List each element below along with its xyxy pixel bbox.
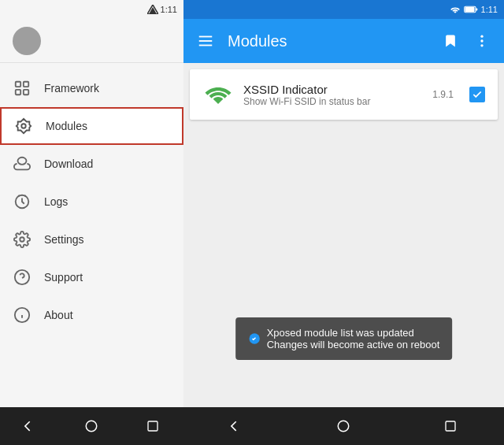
sidebar-item-settings[interactable]: Settings [0, 221, 183, 258]
svg-point-24 [480, 35, 483, 38]
bottom-nav-left [0, 407, 183, 445]
svg-rect-23 [199, 45, 213, 46]
svg-rect-21 [199, 36, 213, 38]
module-card[interactable]: XSSID Indicator Show Wi-Fi SSID in statu… [190, 69, 498, 120]
download-icon [13, 154, 32, 173]
about-label: About [44, 309, 73, 321]
module-desc: Show Wi-Fi SSID in status bar [243, 96, 423, 107]
recents-button-left[interactable] [140, 413, 165, 439]
logs-label: Logs [44, 195, 68, 208]
svg-point-7 [18, 158, 27, 165]
nav-items: Framework Modules Download [0, 63, 183, 407]
avatar [13, 27, 41, 55]
toast-icon [248, 332, 261, 345]
svg-rect-5 [24, 90, 28, 95]
svg-rect-22 [199, 40, 213, 42]
svg-rect-2 [16, 82, 20, 87]
svg-point-29 [339, 421, 350, 432]
left-panel: 1:11 Framework [0, 0, 183, 445]
toast-line2: Changes will become active on reboot [267, 339, 440, 350]
framework-icon [13, 79, 32, 98]
time-left: 1:11 [161, 5, 177, 14]
svg-point-6 [21, 124, 26, 128]
toast-text: Xposed module list was updated Changes w… [267, 327, 440, 350]
svg-marker-1 [149, 7, 157, 14]
home-button-left[interactable] [79, 413, 104, 439]
overflow-menu-icon[interactable] [472, 32, 491, 50]
module-name: XSSID Indicator [243, 83, 423, 96]
svg-rect-30 [446, 421, 455, 431]
time-right: 1:11 [481, 5, 498, 14]
support-label: Support [44, 271, 83, 284]
module-version: 1.9.1 [432, 89, 454, 100]
recents-button-right[interactable] [438, 413, 463, 439]
signal-icon-left [147, 5, 158, 14]
sidebar-item-support[interactable]: Support [0, 258, 183, 296]
support-icon [13, 268, 32, 287]
svg-rect-17 [148, 421, 158, 431]
svg-rect-20 [465, 7, 474, 12]
svg-rect-19 [476, 9, 477, 11]
status-bar-right: 1:11 [183, 0, 504, 19]
svg-rect-4 [16, 90, 20, 95]
modules-label: Modules [46, 120, 87, 132]
download-label: Download [44, 158, 93, 170]
sidebar-item-download[interactable]: Download [0, 145, 183, 183]
about-icon [13, 306, 32, 324]
toast-message: Xposed module list was updated Changes w… [235, 317, 453, 360]
module-checkbox[interactable] [469, 87, 485, 102]
page-title: Modules [228, 32, 428, 50]
sidebar-item-framework[interactable]: Framework [0, 69, 183, 107]
toolbar: Modules [183, 19, 504, 63]
module-wifi-icon [202, 79, 234, 110]
toast-line1: Xposed module list was updated [267, 327, 440, 339]
hamburger-icon[interactable] [196, 32, 215, 50]
svg-marker-15 [24, 421, 35, 432]
svg-rect-3 [24, 82, 28, 87]
bookmark-icon[interactable] [441, 32, 460, 50]
status-bar-left: 1:11 [0, 0, 183, 19]
settings-icon [13, 230, 32, 249]
right-panel: 1:11 Modules [183, 0, 504, 445]
logs-icon [13, 192, 32, 211]
svg-point-9 [20, 237, 24, 242]
modules-icon [14, 117, 33, 135]
home-button-right[interactable] [331, 413, 356, 439]
sidebar-item-about[interactable]: About [0, 296, 183, 334]
left-header [0, 19, 183, 63]
sidebar-item-logs[interactable]: Logs [0, 183, 183, 221]
sidebar-item-modules[interactable]: Modules [0, 107, 183, 145]
svg-point-16 [87, 421, 98, 432]
svg-point-25 [480, 39, 483, 42]
bottom-nav-right [183, 407, 504, 445]
wifi-status-icon [450, 6, 461, 14]
settings-label: Settings [44, 233, 84, 246]
framework-label: Framework [44, 82, 99, 95]
module-info: XSSID Indicator Show Wi-Fi SSID in statu… [243, 83, 423, 107]
battery-icon [464, 5, 478, 14]
svg-point-26 [480, 44, 483, 46]
content-area: XSSID Indicator Show Wi-Fi SSID in statu… [183, 63, 504, 407]
back-button-left[interactable] [18, 413, 43, 439]
back-button-right[interactable] [224, 413, 250, 439]
svg-marker-28 [231, 421, 242, 432]
